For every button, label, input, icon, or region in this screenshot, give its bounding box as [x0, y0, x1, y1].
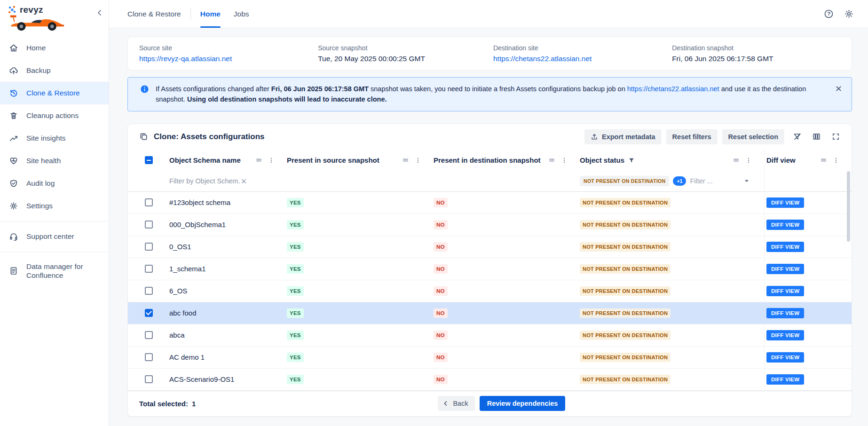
- table-scrollbar[interactable]: [847, 171, 850, 242]
- tab-home[interactable]: Home: [200, 0, 221, 28]
- row-checkbox[interactable]: [145, 287, 153, 295]
- sidebar-item-audit-log[interactable]: Audit log: [0, 172, 109, 195]
- destination-site-block: Destination site https://chetans22.atlas…: [493, 44, 672, 63]
- status-filter-count-badge[interactable]: +1: [673, 176, 686, 186]
- topbar-actions: ?: [824, 0, 854, 28]
- close-icon[interactable]: [835, 85, 842, 94]
- export-icon: [591, 133, 598, 141]
- tab-jobs[interactable]: Jobs: [234, 0, 249, 28]
- sidebar-item-settings[interactable]: Settings: [0, 195, 109, 217]
- sidebar-menu: Home Backup Clone & Restore Cleanup acti…: [0, 36, 109, 286]
- column-menu-icon[interactable]: [255, 157, 262, 164]
- source-site-link[interactable]: https://revyz-qa.atlassian.net: [139, 55, 232, 63]
- destination-site-link[interactable]: https://chetans22.atlassian.net: [493, 55, 592, 63]
- diff-view-button[interactable]: DIFF VIEW: [766, 330, 804, 340]
- table-row[interactable]: 6_OS YES NO NOT PRESENT ON DESTINATION D…: [128, 280, 852, 302]
- status-filter-chip[interactable]: NOT PRESENT ON DESTINATION: [580, 176, 669, 186]
- alert-text-part: snapshot was taken, you need to initiate…: [371, 85, 625, 93]
- object-status-badge: NOT PRESENT ON DESTINATION: [580, 286, 671, 296]
- table-row[interactable]: ACS-Scenario9-OS1 YES NO NOT PRESENT ON …: [128, 369, 852, 391]
- row-checkbox[interactable]: [145, 198, 153, 206]
- row-checkbox[interactable]: [145, 353, 153, 361]
- present-in-source-badge: YES: [287, 308, 304, 318]
- present-in-source-badge: YES: [287, 220, 304, 229]
- row-checkbox[interactable]: [145, 309, 153, 317]
- present-in-destination-badge: NO: [434, 353, 448, 362]
- info-alert: If Assets configurations changed after F…: [127, 77, 852, 111]
- column-header-schema-name[interactable]: Object Schema name: [169, 156, 287, 164]
- row-checkbox[interactable]: [145, 331, 153, 339]
- help-icon[interactable]: ?: [824, 9, 834, 19]
- column-menu-icon[interactable]: [820, 157, 827, 164]
- diff-view-button[interactable]: DIFF VIEW: [766, 220, 804, 230]
- column-menu-icon[interactable]: [548, 157, 555, 164]
- reset-selection-button[interactable]: Reset selection: [722, 129, 784, 144]
- diff-view-button[interactable]: DIFF VIEW: [766, 197, 804, 208]
- row-checkbox[interactable]: [145, 265, 153, 273]
- copy-icon: [139, 132, 148, 141]
- row-checkbox[interactable]: [145, 243, 153, 251]
- breadcrumb[interactable]: Clone & Restore: [127, 0, 181, 28]
- gear-icon[interactable]: [844, 9, 854, 19]
- table-row[interactable]: 1_schema1 YES NO NOT PRESENT ON DESTINAT…: [128, 258, 852, 280]
- table-row[interactable]: 000_ObjSchema1 YES NO NOT PRESENT ON DES…: [128, 214, 852, 236]
- alert-destination-link[interactable]: https://chetans22.atlassian.net: [627, 85, 719, 93]
- molecule-icon: [8, 5, 17, 15]
- filter-off-icon[interactable]: [791, 130, 804, 143]
- sidebar-item-backup[interactable]: Backup: [0, 59, 109, 82]
- table-row[interactable]: #123object schema YES NO NOT PRESENT ON …: [128, 192, 852, 214]
- race-car-logo: [9, 13, 65, 32]
- clear-filter-icon[interactable]: [241, 178, 247, 184]
- diff-view-button[interactable]: DIFF VIEW: [766, 308, 804, 318]
- table-row[interactable]: abc food YES NO NOT PRESENT ON DESTINATI…: [128, 302, 852, 324]
- table-row[interactable]: AC demo 1 YES NO NOT PRESENT ON DESTINAT…: [128, 347, 852, 369]
- table-row[interactable]: 0_OS1 YES NO NOT PRESENT ON DESTINATION …: [128, 236, 852, 258]
- sidebar-item-home[interactable]: Home: [0, 37, 109, 59]
- breadcrumb-divider: [190, 8, 191, 19]
- table-body: #123object schema YES NO NOT PRESENT ON …: [128, 192, 852, 391]
- diff-view-button[interactable]: DIFF VIEW: [766, 264, 804, 274]
- sidebar-item-site-health[interactable]: Site health: [0, 150, 109, 172]
- select-all-checkbox[interactable]: [145, 156, 153, 164]
- table-row[interactable]: abca YES NO NOT PRESENT ON DESTINATION D…: [128, 324, 852, 347]
- sidebar-item-site-insights[interactable]: Site insights: [0, 127, 109, 150]
- columns-icon[interactable]: [810, 130, 823, 143]
- fullscreen-icon[interactable]: [829, 130, 842, 143]
- document-icon: [8, 266, 19, 276]
- present-in-destination-badge: NO: [434, 308, 448, 318]
- review-dependencies-button[interactable]: Review dependencies: [480, 396, 566, 411]
- diff-view-button[interactable]: DIFF VIEW: [766, 374, 804, 385]
- schema-name-filter-input[interactable]: [169, 177, 240, 185]
- chevron-down-icon[interactable]: [743, 178, 750, 184]
- column-more-icon[interactable]: [745, 157, 752, 164]
- filter-funnel-icon[interactable]: [628, 157, 635, 164]
- diff-view-button[interactable]: DIFF VIEW: [766, 242, 804, 252]
- column-header-diff-view[interactable]: Diff view: [764, 150, 852, 171]
- diff-view-button[interactable]: DIFF VIEW: [766, 286, 804, 296]
- sidebar-item-label: Support center: [26, 232, 74, 241]
- row-schema-name: abca: [169, 331, 185, 339]
- sidebar-item-support-center[interactable]: Support center: [0, 225, 109, 248]
- column-header-present-source[interactable]: Present in source snapshot: [287, 156, 434, 164]
- sidebar-item-clone-restore[interactable]: Clone & Restore: [0, 82, 109, 104]
- object-status-badge: NOT PRESENT ON DESTINATION: [580, 353, 671, 362]
- column-header-object-status[interactable]: Object status: [580, 156, 764, 164]
- column-menu-icon[interactable]: [733, 157, 740, 164]
- back-button[interactable]: Back: [438, 396, 474, 411]
- column-more-icon[interactable]: [268, 157, 275, 164]
- reset-filters-button[interactable]: Reset filters: [666, 129, 718, 144]
- diff-view-button[interactable]: DIFF VIEW: [766, 352, 804, 363]
- object-status-badge: NOT PRESENT ON DESTINATION: [580, 375, 671, 384]
- column-more-icon[interactable]: [561, 157, 568, 164]
- sidebar-item-cleanup-actions[interactable]: Cleanup actions: [0, 104, 109, 127]
- sidebar-item-data-manager[interactable]: Data manager for Confluence: [0, 256, 109, 286]
- sidebar-collapse-icon[interactable]: [95, 8, 104, 17]
- column-more-icon[interactable]: [415, 157, 421, 164]
- column-more-icon[interactable]: [833, 157, 839, 164]
- column-menu-icon[interactable]: [402, 157, 409, 164]
- column-header-present-destination[interactable]: Present in destination snapshot: [434, 156, 580, 164]
- row-checkbox[interactable]: [145, 221, 153, 229]
- present-in-destination-badge: NO: [434, 264, 448, 274]
- row-checkbox[interactable]: [145, 375, 153, 383]
- export-metadata-button[interactable]: Export metadata: [584, 129, 662, 144]
